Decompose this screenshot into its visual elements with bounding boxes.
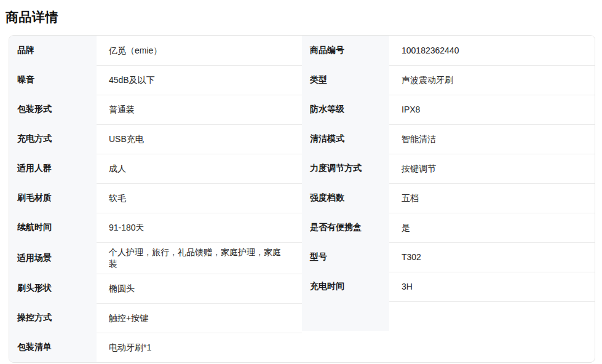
spec-row: 刷毛材质 软毛 (9, 183, 302, 213)
spec-row: 噪音 45dB及以下 (9, 65, 302, 95)
spec-row: 操控方式 触控+按键 (9, 303, 302, 333)
spec-value: USB充电 (97, 124, 302, 154)
spec-value: 亿觅（emie） (97, 36, 302, 65)
spec-value: 个人护理，旅行，礼品馈赠，家庭护理，家庭装 (97, 242, 302, 274)
spec-label: 包装形式 (9, 95, 97, 124)
spec-value: 45dB及以下 (97, 65, 302, 95)
spec-row: 清洁模式 智能清洁 (302, 124, 595, 154)
spec-value: 100182362440 (389, 36, 595, 65)
spec-label: 强度档数 (302, 183, 389, 213)
spec-value: 3H (389, 272, 595, 301)
spec-value: 普通装 (97, 95, 302, 124)
spec-row: 充电时间 3H (302, 272, 595, 301)
page-title: 商品详情 (6, 9, 602, 25)
spec-value: 五档 (389, 183, 595, 213)
spec-label: 品牌 (9, 36, 97, 65)
spec-label: 操控方式 (9, 303, 97, 333)
spec-row: 包装形式 普通装 (9, 95, 302, 124)
spec-label: 清洁模式 (302, 124, 389, 154)
spec-rows-right: 商品编号 100182362440 类型 声波震动牙刷 防水等级 IPX8 清洁… (302, 36, 595, 301)
spec-label: 是否有便携盒 (302, 213, 389, 242)
spec-value: T302 (389, 242, 595, 272)
spec-label-empty (302, 301, 389, 331)
spec-row: 适用场景 个人护理，旅行，礼品馈赠，家庭护理，家庭装 (9, 242, 302, 274)
spec-value: 智能清洁 (389, 124, 595, 154)
spec-value: 成人 (97, 154, 302, 183)
spec-label: 充电方式 (9, 124, 97, 154)
spec-row: 包装清单 电动牙刷*1 (9, 333, 302, 362)
spec-value: IPX8 (389, 95, 595, 124)
spec-label: 噪音 (9, 65, 97, 95)
product-spec-table: 品牌 亿觅（emie） 噪音 45dB及以下 包装形式 普通装 充电方式 USB… (9, 35, 595, 363)
spec-label: 刷头形状 (9, 274, 97, 303)
spec-row: 力度调节方式 按键调节 (302, 154, 595, 183)
spec-value: 是 (389, 213, 595, 242)
spec-label: 续航时间 (9, 213, 97, 242)
spec-label: 型号 (302, 242, 389, 272)
spec-row: 防水等级 IPX8 (302, 95, 595, 124)
spec-row: 是否有便携盒 是 (302, 213, 595, 242)
spec-value: 触控+按键 (97, 303, 302, 333)
spec-value: 椭圆头 (97, 274, 302, 303)
spec-row: 充电方式 USB充电 (9, 124, 302, 154)
spec-row: 强度档数 五档 (302, 183, 595, 213)
spec-value: 软毛 (97, 183, 302, 213)
spec-row: 适用人群 成人 (9, 154, 302, 183)
spec-label: 适用场景 (9, 242, 97, 274)
spec-label: 商品编号 (302, 36, 389, 65)
spec-value: 按键调节 (389, 154, 595, 183)
spec-label: 刷毛材质 (9, 183, 97, 213)
spec-row: 商品编号 100182362440 (302, 36, 595, 65)
spec-row-empty (302, 301, 595, 331)
spec-value-empty (389, 301, 595, 331)
spec-row: 续航时间 91-180天 (9, 213, 302, 242)
spec-label: 防水等级 (302, 95, 389, 124)
spec-column-right: 商品编号 100182362440 类型 声波震动牙刷 防水等级 IPX8 清洁… (302, 36, 595, 362)
spec-value: 声波震动牙刷 (389, 65, 595, 95)
spec-rows-left: 品牌 亿觅（emie） 噪音 45dB及以下 包装形式 普通装 充电方式 USB… (9, 36, 302, 362)
spec-row: 刷头形状 椭圆头 (9, 274, 302, 303)
spec-label: 充电时间 (302, 272, 389, 301)
spec-column-left: 品牌 亿觅（emie） 噪音 45dB及以下 包装形式 普通装 充电方式 USB… (9, 36, 302, 362)
spec-label: 力度调节方式 (302, 154, 389, 183)
spec-value: 电动牙刷*1 (97, 333, 302, 362)
spec-row: 品牌 亿觅（emie） (9, 36, 302, 65)
spec-label: 类型 (302, 65, 389, 95)
spec-row: 类型 声波震动牙刷 (302, 65, 595, 95)
spec-row: 型号 T302 (302, 242, 595, 272)
spec-label: 包装清单 (9, 333, 97, 362)
spec-value: 91-180天 (97, 213, 302, 242)
spec-label: 适用人群 (9, 154, 97, 183)
